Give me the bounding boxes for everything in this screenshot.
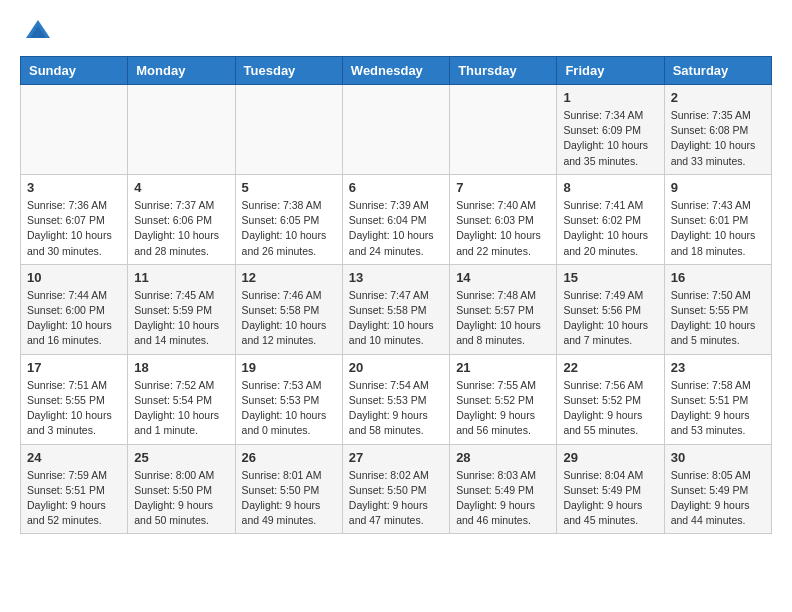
calendar-cell: 1Sunrise: 7:34 AM Sunset: 6:09 PM Daylig…: [557, 85, 664, 175]
calendar-cell: 29Sunrise: 8:04 AM Sunset: 5:49 PM Dayli…: [557, 444, 664, 534]
day-number: 24: [27, 450, 121, 465]
day-number: 20: [349, 360, 443, 375]
logo-icon: [24, 18, 52, 46]
calendar-cell: 5Sunrise: 7:38 AM Sunset: 6:05 PM Daylig…: [235, 174, 342, 264]
day-info: Sunrise: 7:53 AM Sunset: 5:53 PM Dayligh…: [242, 378, 336, 439]
day-number: 28: [456, 450, 550, 465]
week-row-2: 3Sunrise: 7:36 AM Sunset: 6:07 PM Daylig…: [21, 174, 772, 264]
weekday-row: SundayMondayTuesdayWednesdayThursdayFrid…: [21, 57, 772, 85]
calendar-cell: [128, 85, 235, 175]
calendar-cell: [21, 85, 128, 175]
weekday-header-wednesday: Wednesday: [342, 57, 449, 85]
week-row-5: 24Sunrise: 7:59 AM Sunset: 5:51 PM Dayli…: [21, 444, 772, 534]
day-info: Sunrise: 7:49 AM Sunset: 5:56 PM Dayligh…: [563, 288, 657, 349]
weekday-header-tuesday: Tuesday: [235, 57, 342, 85]
day-info: Sunrise: 8:04 AM Sunset: 5:49 PM Dayligh…: [563, 468, 657, 529]
day-info: Sunrise: 7:43 AM Sunset: 6:01 PM Dayligh…: [671, 198, 765, 259]
page-header: [0, 0, 792, 56]
day-number: 3: [27, 180, 121, 195]
day-number: 11: [134, 270, 228, 285]
day-number: 15: [563, 270, 657, 285]
week-row-4: 17Sunrise: 7:51 AM Sunset: 5:55 PM Dayli…: [21, 354, 772, 444]
week-row-1: 1Sunrise: 7:34 AM Sunset: 6:09 PM Daylig…: [21, 85, 772, 175]
day-number: 16: [671, 270, 765, 285]
day-info: Sunrise: 8:03 AM Sunset: 5:49 PM Dayligh…: [456, 468, 550, 529]
calendar-wrapper: SundayMondayTuesdayWednesdayThursdayFrid…: [0, 56, 792, 544]
calendar-cell: 24Sunrise: 7:59 AM Sunset: 5:51 PM Dayli…: [21, 444, 128, 534]
day-number: 27: [349, 450, 443, 465]
calendar-cell: 16Sunrise: 7:50 AM Sunset: 5:55 PM Dayli…: [664, 264, 771, 354]
day-info: Sunrise: 8:00 AM Sunset: 5:50 PM Dayligh…: [134, 468, 228, 529]
day-info: Sunrise: 7:48 AM Sunset: 5:57 PM Dayligh…: [456, 288, 550, 349]
day-info: Sunrise: 7:44 AM Sunset: 6:00 PM Dayligh…: [27, 288, 121, 349]
day-info: Sunrise: 8:01 AM Sunset: 5:50 PM Dayligh…: [242, 468, 336, 529]
day-number: 14: [456, 270, 550, 285]
calendar-cell: 23Sunrise: 7:58 AM Sunset: 5:51 PM Dayli…: [664, 354, 771, 444]
day-info: Sunrise: 7:36 AM Sunset: 6:07 PM Dayligh…: [27, 198, 121, 259]
day-info: Sunrise: 7:38 AM Sunset: 6:05 PM Dayligh…: [242, 198, 336, 259]
calendar-cell: 6Sunrise: 7:39 AM Sunset: 6:04 PM Daylig…: [342, 174, 449, 264]
day-number: 25: [134, 450, 228, 465]
day-number: 22: [563, 360, 657, 375]
calendar-cell: 10Sunrise: 7:44 AM Sunset: 6:00 PM Dayli…: [21, 264, 128, 354]
day-number: 2: [671, 90, 765, 105]
calendar-cell: 12Sunrise: 7:46 AM Sunset: 5:58 PM Dayli…: [235, 264, 342, 354]
calendar-body: 1Sunrise: 7:34 AM Sunset: 6:09 PM Daylig…: [21, 85, 772, 534]
calendar-cell: 8Sunrise: 7:41 AM Sunset: 6:02 PM Daylig…: [557, 174, 664, 264]
day-info: Sunrise: 7:56 AM Sunset: 5:52 PM Dayligh…: [563, 378, 657, 439]
calendar-cell: 21Sunrise: 7:55 AM Sunset: 5:52 PM Dayli…: [450, 354, 557, 444]
day-info: Sunrise: 7:41 AM Sunset: 6:02 PM Dayligh…: [563, 198, 657, 259]
weekday-header-sunday: Sunday: [21, 57, 128, 85]
calendar-cell: 22Sunrise: 7:56 AM Sunset: 5:52 PM Dayli…: [557, 354, 664, 444]
calendar-cell: 19Sunrise: 7:53 AM Sunset: 5:53 PM Dayli…: [235, 354, 342, 444]
day-info: Sunrise: 7:34 AM Sunset: 6:09 PM Dayligh…: [563, 108, 657, 169]
day-info: Sunrise: 7:37 AM Sunset: 6:06 PM Dayligh…: [134, 198, 228, 259]
day-number: 26: [242, 450, 336, 465]
day-info: Sunrise: 7:55 AM Sunset: 5:52 PM Dayligh…: [456, 378, 550, 439]
calendar-cell: 30Sunrise: 8:05 AM Sunset: 5:49 PM Dayli…: [664, 444, 771, 534]
weekday-header-thursday: Thursday: [450, 57, 557, 85]
calendar: SundayMondayTuesdayWednesdayThursdayFrid…: [20, 56, 772, 534]
day-number: 8: [563, 180, 657, 195]
calendar-cell: 3Sunrise: 7:36 AM Sunset: 6:07 PM Daylig…: [21, 174, 128, 264]
day-info: Sunrise: 7:47 AM Sunset: 5:58 PM Dayligh…: [349, 288, 443, 349]
day-info: Sunrise: 7:50 AM Sunset: 5:55 PM Dayligh…: [671, 288, 765, 349]
day-info: Sunrise: 7:59 AM Sunset: 5:51 PM Dayligh…: [27, 468, 121, 529]
calendar-cell: 11Sunrise: 7:45 AM Sunset: 5:59 PM Dayli…: [128, 264, 235, 354]
calendar-cell: 4Sunrise: 7:37 AM Sunset: 6:06 PM Daylig…: [128, 174, 235, 264]
calendar-cell: [450, 85, 557, 175]
day-number: 1: [563, 90, 657, 105]
calendar-header: SundayMondayTuesdayWednesdayThursdayFrid…: [21, 57, 772, 85]
day-number: 5: [242, 180, 336, 195]
day-info: Sunrise: 7:54 AM Sunset: 5:53 PM Dayligh…: [349, 378, 443, 439]
week-row-3: 10Sunrise: 7:44 AM Sunset: 6:00 PM Dayli…: [21, 264, 772, 354]
day-number: 6: [349, 180, 443, 195]
calendar-cell: 15Sunrise: 7:49 AM Sunset: 5:56 PM Dayli…: [557, 264, 664, 354]
day-number: 29: [563, 450, 657, 465]
day-number: 9: [671, 180, 765, 195]
logo: [24, 18, 56, 46]
day-number: 23: [671, 360, 765, 375]
day-info: Sunrise: 8:02 AM Sunset: 5:50 PM Dayligh…: [349, 468, 443, 529]
day-info: Sunrise: 7:35 AM Sunset: 6:08 PM Dayligh…: [671, 108, 765, 169]
calendar-cell: [342, 85, 449, 175]
calendar-cell: 27Sunrise: 8:02 AM Sunset: 5:50 PM Dayli…: [342, 444, 449, 534]
day-info: Sunrise: 7:58 AM Sunset: 5:51 PM Dayligh…: [671, 378, 765, 439]
calendar-cell: 25Sunrise: 8:00 AM Sunset: 5:50 PM Dayli…: [128, 444, 235, 534]
calendar-cell: [235, 85, 342, 175]
day-info: Sunrise: 7:46 AM Sunset: 5:58 PM Dayligh…: [242, 288, 336, 349]
calendar-cell: 7Sunrise: 7:40 AM Sunset: 6:03 PM Daylig…: [450, 174, 557, 264]
weekday-header-friday: Friday: [557, 57, 664, 85]
day-number: 12: [242, 270, 336, 285]
calendar-cell: 26Sunrise: 8:01 AM Sunset: 5:50 PM Dayli…: [235, 444, 342, 534]
calendar-cell: 9Sunrise: 7:43 AM Sunset: 6:01 PM Daylig…: [664, 174, 771, 264]
day-number: 17: [27, 360, 121, 375]
day-number: 18: [134, 360, 228, 375]
calendar-cell: 13Sunrise: 7:47 AM Sunset: 5:58 PM Dayli…: [342, 264, 449, 354]
calendar-cell: 14Sunrise: 7:48 AM Sunset: 5:57 PM Dayli…: [450, 264, 557, 354]
day-info: Sunrise: 7:52 AM Sunset: 5:54 PM Dayligh…: [134, 378, 228, 439]
day-number: 19: [242, 360, 336, 375]
day-info: Sunrise: 7:51 AM Sunset: 5:55 PM Dayligh…: [27, 378, 121, 439]
day-number: 13: [349, 270, 443, 285]
weekday-header-saturday: Saturday: [664, 57, 771, 85]
